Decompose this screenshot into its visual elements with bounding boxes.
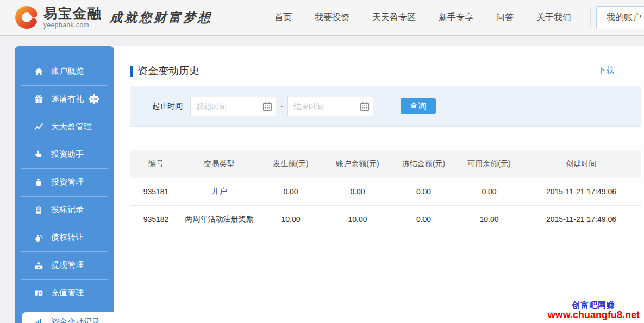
top-header: 易宝金融 yeepbank.com 成就您财富梦想 首页 我要投资 天天盈专区 … xyxy=(0,0,644,36)
nav-item-about[interactable]: 关于我们 xyxy=(536,12,571,23)
col-header-frozen: 冻结金额(元) xyxy=(391,150,457,178)
cell-amount: 10.00 xyxy=(257,205,324,233)
transfer-icon xyxy=(34,233,45,242)
cell-id: 935182 xyxy=(130,205,182,233)
cell-frozen: 0.00 xyxy=(391,205,457,233)
date-range-separator: - xyxy=(280,102,283,111)
table-row: 935181 开户 0.00 0.00 0.00 0.00 2015-11-21… xyxy=(130,178,641,205)
sidebar-item-invest-assistant[interactable]: 投资助手 xyxy=(15,141,114,168)
search-button[interactable]: 查询 xyxy=(401,98,436,114)
sidebar-item-invest-manage[interactable]: 投资管理 xyxy=(15,168,114,196)
date-range-label: 起止时间 xyxy=(152,102,183,111)
sidebar-item-label: 提现管理 xyxy=(51,260,84,270)
nav-item-home[interactable]: 首页 xyxy=(274,12,292,23)
col-header-type: 交易类型 xyxy=(182,150,257,178)
title-accent-bar xyxy=(130,66,133,77)
cell-type: 开户 xyxy=(182,178,257,205)
table-row: 935182 两周年活动注册奖励 10.00 10.00 0.00 10.00 … xyxy=(130,205,641,233)
fund-history-table: 编号 交易类型 发生额(元) 账户余额(元) 冻结金额(元) 可用余额(元) 创… xyxy=(130,150,641,233)
nav-item-newbie[interactable]: 新手专享 xyxy=(439,12,473,23)
clipboard-icon xyxy=(34,206,45,214)
withdraw-icon xyxy=(34,261,45,270)
download-link[interactable]: 下载 xyxy=(598,65,614,75)
cell-created: 2015-11-21 17:49:06 xyxy=(522,178,641,205)
cell-created: 2015-11-21 17:49:06 xyxy=(522,205,641,233)
cell-id: 935181 xyxy=(130,178,182,205)
nav-item-qa[interactable]: 问答 xyxy=(496,12,514,23)
sidebar-menu: 账户概览 邀请有礼 Hot 天天盈管理 xyxy=(15,46,114,307)
brand-logo[interactable]: 易宝金融 yeepbank.com xyxy=(14,5,102,30)
sidebar-item-withdraw-manage[interactable]: 提现管理 xyxy=(15,251,114,279)
gift-icon xyxy=(34,95,45,104)
sidebar-item-debt-transfer[interactable]: 债权转让 xyxy=(15,224,114,251)
brand-slogan: 成就您财富梦想 xyxy=(110,9,212,26)
cell-amount: 0.00 xyxy=(257,178,324,205)
sidebar-item-account-overview[interactable]: 账户概览 xyxy=(15,58,114,85)
yeepbank-logo-icon xyxy=(14,5,39,30)
sidebar-item-invite-reward[interactable]: 邀请有礼 Hot xyxy=(15,85,114,113)
sidebar-item-bid-records[interactable]: 投标记录 xyxy=(15,196,114,224)
main-content: 资金变动历史 下载 起止时间 - 查询 xyxy=(114,46,644,323)
sidebar-item-label: 债权转让 xyxy=(51,232,84,243)
end-date-input[interactable] xyxy=(287,97,373,116)
sidebar-item-label: 投标记录 xyxy=(51,205,84,215)
sidebar-item-ttying-manage[interactable]: 天天盈管理 xyxy=(15,113,114,141)
col-header-created: 创建时间 xyxy=(522,150,641,178)
sidebar-item-fund-change-records[interactable]: 资金变动记录 xyxy=(22,312,114,323)
sidebar-item-recharge-manage[interactable]: 充值管理 xyxy=(15,279,114,307)
sidebar-item-label: 账户概览 xyxy=(51,66,84,77)
home-icon xyxy=(34,67,45,76)
cell-frozen: 0.00 xyxy=(391,178,457,205)
table-header-row: 编号 交易类型 发生额(元) 账户余额(元) 冻结金额(元) 可用余额(元) 创… xyxy=(130,150,641,178)
sidebar-item-label: 投资助手 xyxy=(51,149,84,160)
cell-type: 两周年活动注册奖励 xyxy=(182,205,257,233)
sidebar-item-label: 资金变动记录 xyxy=(51,317,100,323)
sidebar-item-label: 充值管理 xyxy=(51,288,84,298)
date-filter-bar: 起止时间 - 查询 xyxy=(130,86,641,127)
sidebar-item-label: 天天盈管理 xyxy=(51,122,92,132)
nav-item-ttying-zone[interactable]: 天天盈专区 xyxy=(372,12,416,23)
page-title: 资金变动历史 xyxy=(130,64,644,78)
cell-available: 0.00 xyxy=(457,178,522,205)
my-account-button[interactable]: 我的账户 xyxy=(596,6,644,29)
top-nav: 首页 我要投资 天天盈专区 新手专享 问答 关于我们 我的账户 xyxy=(263,6,644,29)
col-header-id: 编号 xyxy=(130,150,182,178)
recharge-icon xyxy=(34,289,45,297)
brand-domain: yeepbank.com xyxy=(43,22,102,28)
col-header-amount: 发生额(元) xyxy=(257,150,324,178)
nav-divider xyxy=(590,8,591,27)
col-header-balance: 账户余额(元) xyxy=(324,150,391,178)
sidebar-item-label: 投资管理 xyxy=(51,177,84,187)
svg-text:Hot: Hot xyxy=(91,97,98,102)
money-bag-icon xyxy=(34,178,45,187)
nav-item-invest[interactable]: 我要投资 xyxy=(315,12,349,23)
chart-icon xyxy=(34,318,45,323)
cell-available: 10.00 xyxy=(457,205,522,233)
start-date-input[interactable] xyxy=(190,97,276,116)
trend-icon xyxy=(34,123,45,131)
brand-name: 易宝金融 xyxy=(43,7,102,20)
sidebar-item-label: 邀请有礼 xyxy=(51,94,84,104)
sidebar: 账户概览 邀请有礼 Hot 天天盈管理 xyxy=(15,46,114,323)
col-header-available: 可用余额(元) xyxy=(457,150,522,178)
cell-balance: 0.00 xyxy=(324,178,391,205)
hand-pointer-icon xyxy=(34,150,45,159)
hot-badge-icon: Hot xyxy=(87,93,101,105)
cell-balance: 10.00 xyxy=(324,205,391,233)
